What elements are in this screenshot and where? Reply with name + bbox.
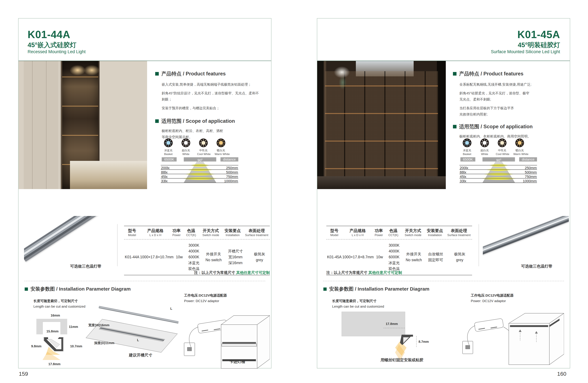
cell-power: 10w bbox=[173, 254, 185, 260]
scope-heading: 适用范围 / Scope of application bbox=[453, 123, 558, 130]
dim-bottom: 17.8mm bbox=[48, 362, 61, 366]
dim-depth: 11mm bbox=[69, 325, 78, 329]
features-title: 产品特点 / Product features bbox=[161, 70, 226, 77]
kelvin-bar: 6500K bbox=[162, 157, 177, 161]
sun-icon bbox=[164, 138, 173, 147]
sun-icon bbox=[199, 138, 208, 147]
cct-label-cn: 超白光 bbox=[180, 149, 192, 152]
subtitle-cn: 45°嵌入式硅胶灯 bbox=[28, 41, 85, 49]
install-heading: 安装参数图 / Installation Parameter Diagram bbox=[323, 286, 429, 292]
section-separator bbox=[323, 281, 564, 281]
cell-install: 开槽尺寸宽16mm深16mm bbox=[225, 248, 246, 266]
cell-model: K01-44A bbox=[124, 254, 140, 260]
features-heading: 产品特点 / Product features bbox=[155, 70, 259, 77]
cct-label-cn: 超白光 bbox=[478, 149, 491, 152]
groove-strip bbox=[100, 327, 164, 341]
cut-note-cn: 长度可随意裁切，可定制尺寸 bbox=[332, 298, 377, 304]
cut-note-en: Length can be cut and customized bbox=[332, 304, 384, 309]
page-title-block: K01-44A 45°嵌入式硅胶灯 Recessed Mounting Led … bbox=[28, 29, 85, 54]
section-separator bbox=[24, 281, 265, 281]
beam-row: 200lx250mm bbox=[460, 165, 537, 170]
scope-title: 适用范围 / Scope of application bbox=[161, 118, 235, 125]
sun-icon bbox=[480, 138, 489, 147]
beam-row: 88lx500mm bbox=[161, 170, 238, 174]
profile-product-photo bbox=[483, 216, 569, 265]
spec-table-row: K01-44A 1000×17.8×10.7mm 10w 3000K4000K6… bbox=[124, 239, 270, 275]
cct-label-cn: 暖白光 bbox=[215, 149, 227, 152]
table-note: 注：以上尺寸为常规尺寸 其他任意尺寸可定制 bbox=[194, 270, 270, 275]
feature-line: 斜角45°硅胶柔光，见光不见灯，迷你型、极窄 bbox=[460, 90, 558, 96]
angle-bar: 900 bbox=[483, 157, 515, 161]
feature-line: 无光点、柔和不刺眼; bbox=[460, 96, 558, 102]
dim-top: 16mm bbox=[51, 314, 60, 317]
profile-section-drawing bbox=[41, 336, 68, 360]
beam-row: 33lx1000mm bbox=[460, 178, 537, 183]
cell-install: 自攻螺丝固定即可 bbox=[425, 251, 447, 263]
model-number: K01-45A bbox=[491, 29, 560, 40]
features-title: 产品特点 / Product features bbox=[459, 70, 523, 77]
catalog-page-right: K01-45A 45°明装硅胶灯 Surface Mounted Silicon… bbox=[317, 18, 570, 368]
profile-caption: 可选做三色温灯带 bbox=[70, 264, 101, 269]
mount-caption: 用螺丝钉固定安装或粘胶 bbox=[380, 357, 423, 363]
profile-product-photo bbox=[24, 216, 115, 265]
cct-option-iceblue: 冰蓝光Basket bbox=[162, 138, 175, 156]
label-width: 宽度(W)16mm bbox=[88, 323, 109, 327]
cct-label-en: White bbox=[478, 152, 491, 156]
vertical-divider bbox=[479, 224, 479, 266]
groove-caption: 建议开槽尺寸 bbox=[129, 352, 152, 358]
table-note: 注：以上尺寸为常规尺寸 其他任意尺寸可定制 bbox=[326, 270, 402, 275]
subtitle-en: Recessed Mounting Led Light bbox=[28, 49, 85, 54]
cct-option-white: 超白光White bbox=[180, 138, 192, 156]
dim-right: 10.7mm bbox=[70, 345, 82, 348]
cell-surface: 极简灰grey bbox=[246, 251, 273, 263]
section-bullet-icon bbox=[453, 72, 457, 76]
section-bullet-icon bbox=[323, 287, 327, 291]
model-number: K01-44A bbox=[28, 29, 85, 40]
spec-table-header: 型号Model 产品规格L x D x H 功率Power 色温CCT(K) 开… bbox=[326, 226, 472, 239]
cct-option-coolwhite: 中性光Cool White bbox=[197, 138, 210, 156]
cell-spec: 1000×17.8×8.7mm bbox=[342, 254, 374, 260]
surface-mount-diagram: 17.8mm 8.7mm 用螺丝钉固定安装或粘胶 bbox=[342, 309, 433, 364]
cct-label-cn: 中性光 bbox=[496, 149, 508, 152]
cct-label-en: Basket bbox=[162, 152, 175, 156]
cut-note-cn: 长度可随意裁切，可定制尺寸 bbox=[33, 298, 78, 304]
photo-flowers bbox=[317, 61, 394, 112]
subtitle-cn: 45°明装硅胶灯 bbox=[491, 41, 560, 49]
scope-text: 橱柜柜底柜内、柜沿、衣柜、高柜、酒柜 等商业空间展示柜。 bbox=[155, 128, 259, 140]
section-bullet-icon bbox=[25, 287, 28, 291]
cct-label-cn: 冰蓝光 bbox=[461, 149, 473, 152]
wiring-cabinet-drawing bbox=[460, 306, 564, 370]
dim-inner: 15.8mm bbox=[46, 329, 59, 333]
features-text: 嵌入式安装,简单便捷，高端无氧铜端子线极简灰铝面处理； 斜角45°防炫目设计，见… bbox=[155, 81, 259, 111]
wiring-cabinet-diagram: 卡进灯槽 bbox=[181, 306, 270, 370]
groove bbox=[99, 327, 165, 342]
cct-label-cn: 暖白光 bbox=[513, 149, 526, 152]
beam-row: 45lx750mm bbox=[460, 174, 537, 178]
cct-label-cn: 冰蓝光 bbox=[162, 149, 175, 152]
cct-icon-row: 冰蓝光Basket 超白光White 中性光Cool White 暖白光Warm… bbox=[162, 138, 227, 156]
dim-guide bbox=[383, 328, 405, 328]
scope-title: 适用范围 / Scope of application bbox=[459, 123, 533, 130]
beam-row: 33lx1000mm bbox=[161, 178, 238, 183]
kelvin-bar: 6500K bbox=[461, 157, 475, 161]
dim-width: 17.8mm bbox=[386, 322, 398, 326]
install-title: 安装参数图 / Installation Parameter Diagram bbox=[329, 286, 429, 292]
feature-line: 嵌入式安装,简单便捷，高端无氧铜端子线极简灰铝面处理； bbox=[162, 81, 259, 88]
wiring-cabinet-drawing bbox=[181, 306, 270, 370]
cct-label-cn: 中性光 bbox=[197, 149, 210, 152]
cell-switch: 外接开关No switch bbox=[203, 251, 225, 263]
scope-line: 橱柜柜底柜内、柜沿、衣柜、高柜、酒柜 bbox=[162, 128, 259, 134]
beam-baseline bbox=[161, 183, 238, 183]
features-heading: 产品特点 / Product features bbox=[453, 70, 558, 77]
cct-label-en: White bbox=[180, 152, 192, 156]
wiring-cabinet-diagram bbox=[460, 306, 564, 370]
cct-option-iceblue: 冰蓝光Basket bbox=[461, 138, 473, 156]
install-title: 安装参数图 / Installation Parameter Diagram bbox=[31, 286, 131, 292]
distance-bar: distance bbox=[519, 157, 537, 161]
room-photo bbox=[317, 61, 446, 189]
beam-row: 200lx250mm bbox=[161, 165, 238, 170]
power-label-cn: 工作电压:DC12V电源适配器 bbox=[184, 293, 227, 298]
page-title-block: K01-45A 45°明装硅胶灯 Surface Mounted Silicon… bbox=[491, 29, 560, 54]
page-number-left: 159 bbox=[19, 371, 28, 377]
photo-panel-seams bbox=[19, 61, 61, 189]
